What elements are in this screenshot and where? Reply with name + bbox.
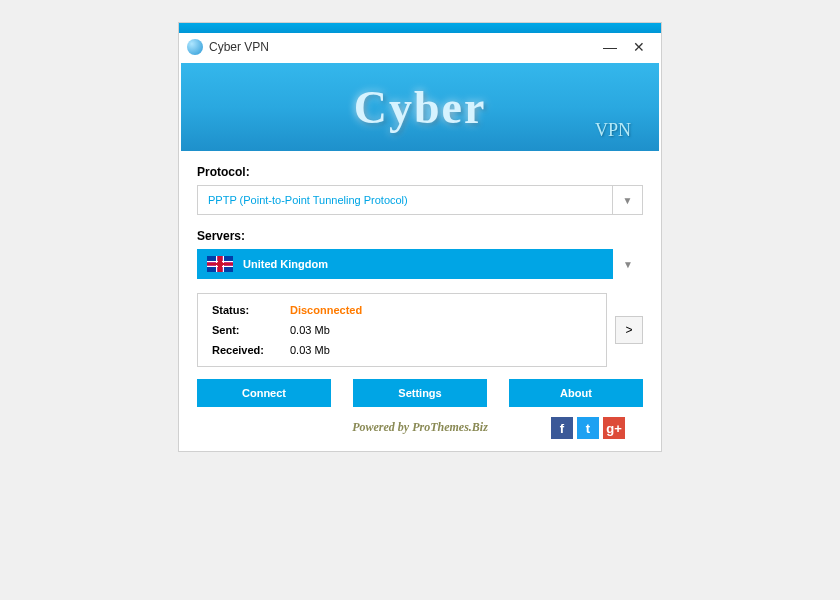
window-title: Cyber VPN <box>209 40 595 54</box>
minimize-button[interactable]: — <box>595 39 625 55</box>
banner-sub-text: VPN <box>595 120 631 141</box>
powered-by-text: Powered by ProThemes.Biz <box>352 420 488 434</box>
sent-label: Sent: <box>212 324 290 336</box>
status-label: Status: <box>212 304 290 316</box>
footer: Powered by ProThemes.Biz f t g+ <box>197 417 643 443</box>
servers-value: United Kingdom <box>243 258 328 270</box>
servers-dropdown[interactable]: United Kingdom ▼ <box>197 249 643 279</box>
uk-flag-icon <box>207 256 233 272</box>
chevron-down-icon: ▼ <box>623 195 633 206</box>
window-top-accent <box>179 23 661 33</box>
protocol-value: PPTP (Point-to-Point Tunneling Protocol) <box>198 186 612 214</box>
protocol-dropdown-arrow[interactable]: ▼ <box>612 186 642 214</box>
content-area: Protocol: PPTP (Point-to-Point Tunneling… <box>179 151 661 451</box>
protocol-dropdown[interactable]: PPTP (Point-to-Point Tunneling Protocol)… <box>197 185 643 215</box>
servers-value-row: United Kingdom <box>197 249 613 279</box>
globe-icon <box>187 39 203 55</box>
googleplus-icon[interactable]: g+ <box>603 417 625 439</box>
titlebar: Cyber VPN — ✕ <box>179 33 661 61</box>
received-label: Received: <box>212 344 290 356</box>
status-box: Status: Disconnected Sent: 0.03 Mb Recei… <box>197 293 607 367</box>
expand-button[interactable]: > <box>615 316 643 344</box>
action-buttons: Connect Settings About <box>197 379 643 407</box>
servers-label: Servers: <box>197 229 643 243</box>
about-button[interactable]: About <box>509 379 643 407</box>
social-icons: f t g+ <box>551 417 625 439</box>
connect-button[interactable]: Connect <box>197 379 331 407</box>
servers-dropdown-arrow[interactable]: ▼ <box>613 249 643 279</box>
received-value: 0.03 Mb <box>290 344 330 356</box>
banner: Cyber VPN <box>181 63 659 151</box>
app-window: Cyber VPN — ✕ Cyber VPN Protocol: PPTP (… <box>178 22 662 452</box>
sent-value: 0.03 Mb <box>290 324 330 336</box>
chevron-down-icon: ▼ <box>623 259 633 270</box>
banner-logo-text: Cyber <box>354 81 487 134</box>
close-button[interactable]: ✕ <box>625 39 653 55</box>
status-row: Status: Disconnected Sent: 0.03 Mb Recei… <box>197 293 643 367</box>
facebook-icon[interactable]: f <box>551 417 573 439</box>
status-value: Disconnected <box>290 304 362 316</box>
protocol-label: Protocol: <box>197 165 643 179</box>
settings-button[interactable]: Settings <box>353 379 487 407</box>
twitter-icon[interactable]: t <box>577 417 599 439</box>
